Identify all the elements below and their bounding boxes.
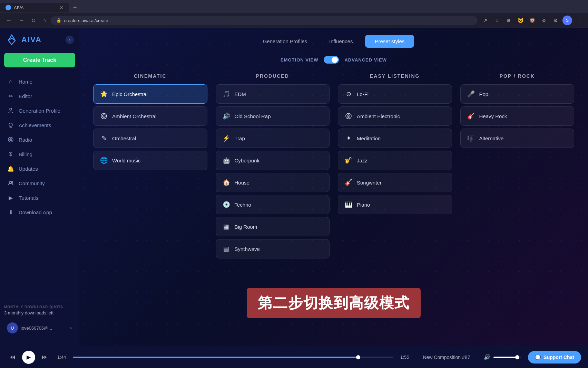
sidebar-item-radio[interactable]: Radio <box>3 132 77 147</box>
sidebar-item-community[interactable]: Community <box>3 176 77 190</box>
extension-icon-1[interactable]: ⊕ <box>504 16 513 25</box>
category-easy-listening: EASY LISTENING ⊙ Lo-Fi Ambient Electroni… <box>338 73 452 258</box>
style-epic-orchestral[interactable]: 🌟 Epic Orchestral <box>93 84 207 104</box>
address-bar[interactable]: 🔒 creators.aiva.ai/create <box>51 16 478 25</box>
top-nav-tabs: Generation Profiles Influences Preset st… <box>93 35 574 48</box>
style-piano[interactable]: 🎹 Piano <box>338 195 452 214</box>
editor-icon: ✏ <box>7 92 14 100</box>
tab-generation-profiles[interactable]: Generation Profiles <box>253 35 317 48</box>
meditation-label: Meditation <box>357 135 381 141</box>
forward-button[interactable]: → <box>17 16 26 25</box>
menu-icon[interactable]: ⋮ <box>574 16 584 25</box>
style-heavy-rock[interactable]: 🎸 Heavy Rock <box>460 106 575 126</box>
share-icon[interactable]: ↗ <box>480 16 490 25</box>
style-house[interactable]: 🏠 House <box>216 173 330 192</box>
extension-icon-4[interactable]: ⚙ <box>539 16 549 25</box>
view-toggle-switch[interactable] <box>324 56 339 64</box>
old-school-rap-icon: 🔊 <box>222 111 231 121</box>
style-big-room[interactable]: ▦ Big Room <box>216 217 330 236</box>
style-alternative[interactable]: 🎼 Alternative <box>460 129 575 148</box>
sidebar-item-download-app[interactable]: ⬇ Download App <box>3 205 77 219</box>
volume-icon[interactable]: 🔊 <box>484 354 491 360</box>
community-label: Community <box>19 180 45 186</box>
pop-rock-title: POP / ROCK <box>460 73 575 79</box>
sidebar-item-billing[interactable]: $ Billing <box>3 147 77 161</box>
svg-point-4 <box>10 139 11 140</box>
style-meditation[interactable]: ✦ Meditation <box>338 129 452 148</box>
browser-tab-aiva[interactable]: AIVA ✕ <box>0 3 69 12</box>
pop-icon: 🎤 <box>466 89 476 99</box>
sidebar-item-home[interactable]: ⌂ Home <box>3 74 77 89</box>
style-world-music[interactable]: 🌐 World music <box>93 151 207 170</box>
refresh-button[interactable]: ↻ <box>29 16 38 25</box>
sidebar-collapse-button[interactable]: ‹ <box>66 36 74 44</box>
style-jazz[interactable]: 🎷 Jazz <box>338 151 452 170</box>
new-tab-button[interactable]: + <box>69 3 81 13</box>
support-chat-button[interactable]: 💬 Support Chat <box>528 351 581 364</box>
total-time: 1:55 <box>400 355 409 360</box>
volume-bar[interactable] <box>493 357 521 358</box>
style-old-school-rap[interactable]: 🔊 Old School Rap <box>216 106 330 126</box>
generation-profile-icon <box>7 107 14 114</box>
browser-toolbar-icons: ↗ ☆ ⊕ 🐱 🦁 ⚙ ⚙ S ⋮ <box>480 16 584 25</box>
volume-handle <box>515 355 519 359</box>
radio-label: Radio <box>19 137 32 143</box>
home-nav-button[interactable]: ⌂ <box>40 16 48 25</box>
view-toggle-section: EMOTION VIEW ADVANCED VIEW <box>93 56 574 64</box>
user-section[interactable]: U love060706@... ∧ <box>4 320 75 336</box>
progress-fill <box>73 357 358 358</box>
style-orchestral[interactable]: ✎ Orchestral <box>93 129 207 148</box>
style-lo-fi[interactable]: ⊙ Lo-Fi <box>338 84 452 104</box>
style-techno[interactable]: 💿 Techno <box>216 195 330 214</box>
style-trap[interactable]: ⚡ Trap <box>216 129 330 148</box>
track-name: New Composition #87 <box>423 355 470 360</box>
epic-orchestral-label: Epic Orchestral <box>112 91 148 97</box>
produced-title: PRODUCED <box>216 73 330 79</box>
home-icon: ⌂ <box>7 78 14 85</box>
back-button[interactable]: ← <box>4 16 14 25</box>
tutorials-icon: ▶ <box>7 194 14 201</box>
sidebar-item-generation-profile[interactable]: Generation Profile <box>3 103 77 118</box>
billing-icon: $ <box>7 150 14 158</box>
skip-forward-button[interactable]: ⏭ <box>39 352 50 363</box>
sidebar-item-tutorials[interactable]: ▶ Tutorials <box>3 190 77 205</box>
style-synthwave[interactable]: ▤ Synthwave <box>216 239 330 258</box>
style-ambient-orchestral[interactable]: Ambient Orchestral <box>93 106 207 126</box>
style-edm[interactable]: 🎵 EDM <box>216 84 330 104</box>
ambient-electronic-label: Ambient Electronic <box>357 113 400 119</box>
create-track-button[interactable]: Create Track <box>4 53 75 67</box>
heavy-rock-icon: 🎸 <box>466 111 476 121</box>
style-ambient-electronic[interactable]: Ambient Electronic <box>338 106 452 126</box>
play-pause-button[interactable]: ▶ <box>22 351 35 364</box>
user-avatar: U <box>7 322 18 333</box>
category-pop-rock: POP / ROCK 🎤 Pop 🎸 Heavy Rock 🎼 Alternat… <box>460 73 575 258</box>
jazz-label: Jazz <box>357 158 368 163</box>
profile-icon[interactable]: S <box>562 16 572 25</box>
ambient-orchestral-label: Ambient Orchestral <box>112 113 156 119</box>
sidebar-header: AIVA ‹ <box>0 34 79 53</box>
extension-icon-3[interactable]: 🦁 <box>527 16 537 25</box>
style-pop[interactable]: 🎤 Pop <box>460 84 575 104</box>
skip-back-button[interactable]: ⏮ <box>7 352 18 363</box>
tab-preset-styles[interactable]: Preset styles <box>365 35 414 48</box>
sidebar-item-achievements[interactable]: Achievements <box>3 118 77 132</box>
sidebar-item-editor[interactable]: ✏ Editor <box>3 89 77 103</box>
create-track-label: Create Track <box>23 57 56 63</box>
sidebar-item-updates[interactable]: 🔔 Updates <box>3 161 77 176</box>
extension-icon-2[interactable]: 🐱 <box>516 16 525 25</box>
bookmark-icon[interactable]: ☆ <box>492 16 502 25</box>
toggle-knob <box>332 57 338 63</box>
cinematic-title: CINEMATIC <box>93 73 207 79</box>
style-cyberpunk[interactable]: 🤖 Cyberpunk <box>216 151 330 170</box>
main-content: Generation Profiles Influences Preset st… <box>79 28 588 346</box>
house-icon: 🏠 <box>222 178 231 187</box>
progress-bar[interactable] <box>73 357 393 358</box>
extension-icon-5[interactable]: ⚙ <box>551 16 560 25</box>
tab-influences[interactable]: Influences <box>320 35 362 48</box>
old-school-rap-label: Old School Rap <box>235 113 271 119</box>
tab-close-button[interactable]: ✕ <box>59 5 63 10</box>
style-songwriter[interactable]: 🎸 Songwriter <box>338 173 452 192</box>
support-chat-label: Support Chat <box>543 355 574 360</box>
techno-icon: 💿 <box>222 200 231 209</box>
download-app-icon: ⬇ <box>7 208 14 216</box>
